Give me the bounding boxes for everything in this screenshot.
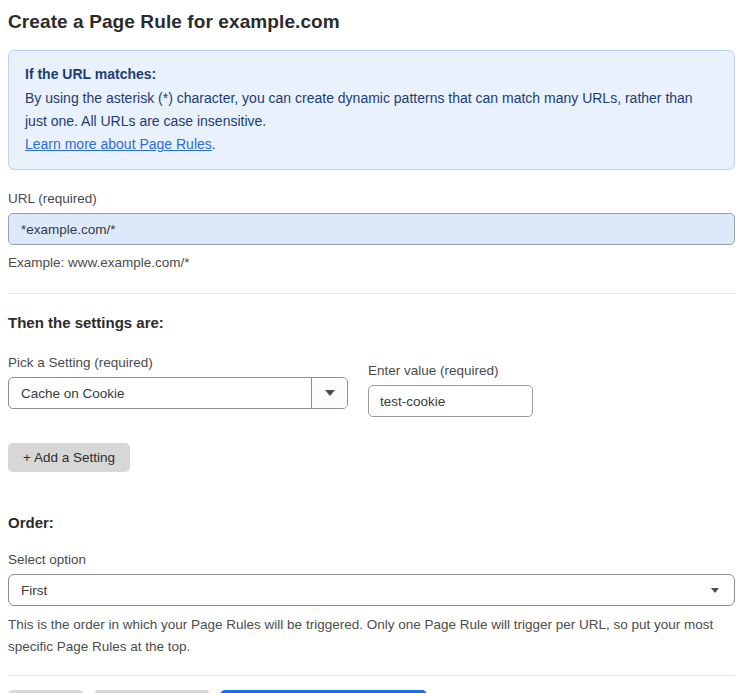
url-input[interactable] bbox=[8, 213, 735, 245]
setting-select[interactable]: Cache on Cookie bbox=[8, 377, 348, 409]
info-link-line: Learn more about Page Rules. bbox=[25, 133, 718, 156]
divider bbox=[8, 293, 735, 294]
info-box-heading: If the URL matches: bbox=[25, 63, 718, 86]
order-section-heading: Order: bbox=[8, 514, 735, 531]
learn-more-link[interactable]: Learn more about Page Rules bbox=[25, 136, 212, 152]
divider bbox=[8, 675, 735, 676]
order-select-value: First bbox=[21, 583, 47, 598]
page-rule-form: Create a Page Rule for example.com If th… bbox=[0, 0, 743, 693]
add-setting-button[interactable]: + Add a Setting bbox=[8, 443, 130, 472]
setting-select-arrow-button[interactable] bbox=[311, 378, 347, 408]
order-select[interactable]: First bbox=[8, 574, 735, 606]
setting-select-column: Pick a Setting (required) Cache on Cooki… bbox=[8, 355, 348, 409]
page-title: Create a Page Rule for example.com bbox=[8, 11, 735, 33]
info-box-body: By using the asterisk (*) character, you… bbox=[25, 87, 718, 133]
setting-value-column: Enter value (required) bbox=[368, 363, 533, 417]
order-select-label: Select option bbox=[8, 552, 735, 567]
url-match-info-box: If the URL matches: By using the asteris… bbox=[8, 50, 735, 170]
value-field-label: Enter value (required) bbox=[368, 363, 533, 378]
setting-row: Pick a Setting (required) Cache on Cooki… bbox=[8, 355, 735, 417]
order-helper-text: This is the order in which your Page Rul… bbox=[8, 614, 735, 658]
setting-select-label: Pick a Setting (required) bbox=[8, 355, 348, 370]
url-example-helper: Example: www.example.com/* bbox=[8, 252, 735, 274]
setting-select-value: Cache on Cookie bbox=[9, 378, 311, 408]
settings-section-heading: Then the settings are: bbox=[8, 314, 735, 331]
link-period: . bbox=[212, 136, 216, 152]
chevron-down-icon bbox=[711, 588, 719, 593]
url-field-label: URL (required) bbox=[8, 191, 735, 206]
setting-value-input[interactable] bbox=[368, 385, 533, 417]
chevron-down-icon bbox=[325, 390, 335, 396]
